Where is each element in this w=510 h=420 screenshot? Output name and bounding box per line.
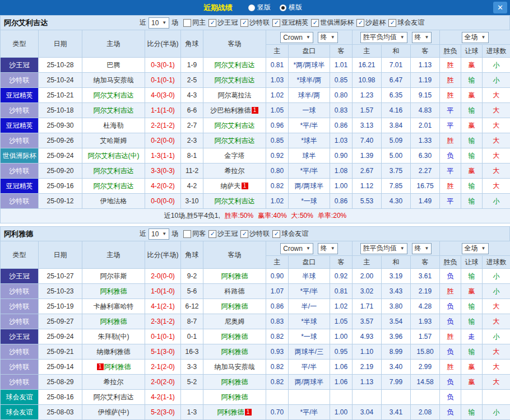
- close-button[interactable]: ✕: [493, 2, 507, 13]
- away-team-link[interactable]: 尼奥姆: [225, 318, 245, 325]
- away-team-link[interactable]: 阿尔艾利吉达: [215, 76, 255, 84]
- away-team-link[interactable]: 阿利雅德: [221, 393, 248, 401]
- radio-selected-icon[interactable]: [280, 4, 286, 11]
- checkbox-icon[interactable]: ✓: [208, 19, 216, 27]
- home-team-link[interactable]: 阿尔艾利吉达: [94, 106, 134, 114]
- filter-球会友谊[interactable]: ✓球会友谊: [388, 18, 424, 27]
- eu-draw-odds: [382, 390, 411, 405]
- home-team-link[interactable]: 纳加马安萘哉: [94, 76, 134, 84]
- away-team-cell: 阿利雅德: [203, 299, 266, 314]
- filter-球会友谊[interactable]: ✓球会友谊: [272, 229, 308, 239]
- home-team-link[interactable]: 阿尔艾利吉达: [94, 393, 134, 401]
- scope-select[interactable]: 全场▼: [462, 32, 489, 43]
- away-team-link[interactable]: 阿尔葛拉法: [218, 91, 252, 99]
- filter-沙王冠[interactable]: ✓沙王冠: [208, 229, 238, 239]
- checkbox-icon[interactable]: ✓: [388, 19, 396, 27]
- filter-同主[interactable]: 同主: [183, 18, 206, 27]
- layout-radio-horizontal[interactable]: 横版: [280, 3, 302, 12]
- home-team-link[interactable]: 伊维萨(中): [98, 408, 129, 416]
- filter-沙王冠[interactable]: ✓沙王冠: [208, 18, 238, 27]
- odds-time-select[interactable]: 终▼: [318, 243, 338, 254]
- away-team-link[interactable]: 金字塔: [225, 152, 245, 160]
- red-card-badge: 1: [245, 409, 252, 416]
- away-team-link[interactable]: 纳加马安萘哉: [215, 363, 255, 371]
- euro-odds-select[interactable]: 胜平负均值▼: [360, 243, 407, 254]
- home-team-link[interactable]: 阿尔艾利吉达(中): [88, 152, 140, 160]
- checkbox-icon[interactable]: ✓: [240, 19, 248, 27]
- home-team-link[interactable]: 阿尔艾利吉达: [94, 182, 134, 190]
- euro-odds-select[interactable]: 胜平负均值▼: [360, 32, 407, 43]
- home-team-link[interactable]: 阿尔菲斯: [100, 272, 127, 280]
- corner-count: 3-3: [181, 360, 203, 375]
- match-date: 25-10-21: [39, 88, 82, 103]
- filter-亚冠精英[interactable]: ✓亚冠精英: [272, 18, 308, 27]
- away-team-link[interactable]: 阿利雅德: [221, 333, 248, 340]
- ah-line: 平/半: [289, 360, 330, 375]
- scope-select[interactable]: 全场▼: [462, 243, 489, 254]
- col-eu-draw: 和: [382, 256, 411, 269]
- home-team-link[interactable]: 阿利雅德: [100, 287, 127, 295]
- radio-icon[interactable]: [248, 4, 255, 11]
- odds-company-select[interactable]: Crown▼: [280, 243, 313, 254]
- summary-part: 大:50%: [291, 212, 313, 220]
- checkbox-icon[interactable]: ✓: [311, 19, 319, 27]
- select-value: 胜平负均值: [363, 32, 397, 42]
- checkbox-icon[interactable]: ✓: [272, 230, 280, 238]
- away-team-link[interactable]: 阿尔艾利吉达: [215, 197, 255, 205]
- odds-company-select[interactable]: Crown▼: [280, 32, 313, 43]
- away-team-link[interactable]: 希拉尔: [225, 167, 245, 175]
- home-team-link[interactable]: 阿利雅德: [100, 318, 127, 325]
- home-team-link[interactable]: 阿利雅德: [104, 363, 131, 371]
- checkbox-icon[interactable]: [183, 230, 191, 238]
- match-row: 球会友谊25-08-03伊维萨(中)5-2(3-0)1-3阿利雅德10.70*平…: [1, 405, 510, 420]
- chevron-down-icon: ▼: [425, 35, 429, 40]
- home-team-link[interactable]: 巴腾: [107, 61, 120, 69]
- euro-time-select[interactable]: 终▼: [412, 243, 432, 254]
- eu-home-odds: 7.40: [353, 133, 382, 148]
- away-team-link[interactable]: 沙巴柏利雅德: [211, 106, 251, 114]
- away-team-link[interactable]: 科路德: [225, 287, 245, 295]
- away-team-link[interactable]: 阿利雅德: [221, 272, 248, 280]
- checkbox-icon[interactable]: ✓: [272, 19, 280, 27]
- away-team-link[interactable]: 阿利雅德: [217, 408, 244, 416]
- eu-draw-odds: 3.19: [382, 269, 411, 284]
- euro-time-select[interactable]: 终▼: [412, 32, 432, 43]
- result-handicap: 输: [461, 405, 483, 420]
- checkbox-icon[interactable]: ✓: [208, 230, 216, 238]
- eu-draw-odds: 3.41: [382, 405, 411, 420]
- away-team-link[interactable]: 阿利雅德: [221, 378, 248, 386]
- home-team-link[interactable]: 朱拜勒(中): [98, 333, 129, 340]
- filter-同客[interactable]: 同客: [183, 229, 206, 239]
- filter-世俱洲际杯[interactable]: ✓世俱洲际杯: [311, 18, 354, 27]
- checkbox-icon[interactable]: ✓: [240, 230, 248, 238]
- corner-count: 4-2: [181, 179, 203, 194]
- away-team-link[interactable]: 阿尔艾利吉达: [215, 61, 255, 69]
- away-team-link[interactable]: 纳萨夫: [221, 182, 241, 190]
- corner-count: 2-5: [181, 73, 203, 88]
- layout-radio-vertical[interactable]: 竖版: [248, 3, 271, 12]
- match-count-select[interactable]: 10 ▼: [149, 17, 169, 29]
- filter-沙超杯[interactable]: ✓沙超杯: [356, 18, 386, 27]
- away-team-link[interactable]: 阿利雅德: [221, 302, 248, 310]
- home-team-link[interactable]: 阿尔艾利吉达: [94, 167, 134, 175]
- ah-line: *平/半: [289, 405, 330, 420]
- filter-沙特联[interactable]: ✓沙特联: [240, 18, 270, 27]
- home-team-link[interactable]: 伊地法格: [100, 197, 127, 205]
- home-team-link[interactable]: 艾哈斯姆: [100, 137, 127, 144]
- checkbox-icon[interactable]: ✓: [356, 19, 364, 27]
- home-team-link[interactable]: 卡赫利塞哈特: [94, 302, 134, 310]
- match-count-select[interactable]: 10 ▼: [149, 228, 169, 240]
- filter-沙特联[interactable]: ✓沙特联: [240, 229, 270, 239]
- away-team-link[interactable]: 阿尔艾利吉达: [215, 122, 255, 129]
- home-team-link[interactable]: 杜海勒: [104, 122, 124, 129]
- col-handicap: 让球: [461, 256, 483, 269]
- ah-away-odds: 0.80: [330, 88, 353, 103]
- home-team-link[interactable]: 纳撒利雅德: [97, 348, 131, 356]
- away-team-link[interactable]: 阿尔艾利吉达: [215, 137, 255, 144]
- checkbox-icon[interactable]: [183, 19, 191, 27]
- away-team-link[interactable]: 阿利雅德: [221, 348, 248, 356]
- home-team-link[interactable]: 阿尔艾利吉达: [94, 91, 134, 99]
- col-result: 胜负: [440, 256, 461, 269]
- odds-time-select[interactable]: 终▼: [318, 32, 338, 43]
- home-team-link[interactable]: 希拉尔: [104, 378, 124, 386]
